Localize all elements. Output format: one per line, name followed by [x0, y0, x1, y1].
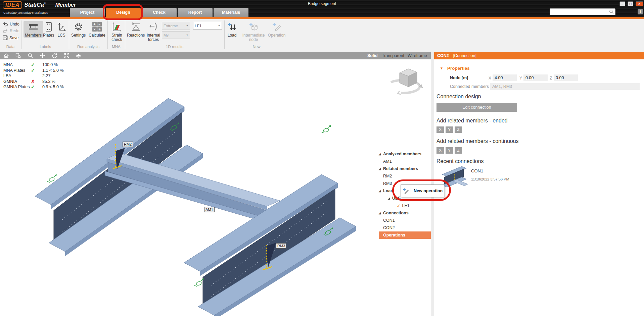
- properties-section-header[interactable]: ▼ Properties: [440, 66, 470, 71]
- status-row: GMNIA Plates ✓ 0.9 < 5.0 %: [3, 84, 64, 90]
- pan-icon[interactable]: [36, 52, 48, 59]
- y-axis-label: Y: [519, 76, 522, 81]
- tab-report[interactable]: Report: [178, 8, 213, 17]
- home-view-icon[interactable]: [0, 52, 12, 59]
- view-mode-transparent[interactable]: Transparent: [380, 52, 406, 59]
- 3d-scene[interactable]: [0, 59, 431, 316]
- redo-button[interactable]: Redo: [3, 29, 19, 33]
- viewport-toolbar: Solid Transparent Wireframe: [0, 52, 431, 59]
- status-row: GMNIA ✗ 85.2 %: [3, 79, 64, 85]
- load-case-dropdown[interactable]: LE1▼: [193, 22, 222, 30]
- add-continuous-z-button[interactable]: Z: [455, 147, 462, 154]
- chevron-down-icon: ▼: [218, 24, 220, 27]
- navigation-cube[interactable]: [386, 62, 428, 97]
- save-button[interactable]: Save: [3, 35, 18, 40]
- tree-item-le1[interactable]: ✓ LE1: [379, 202, 431, 209]
- extreme-dropdown[interactable]: Extreme▼: [162, 22, 190, 30]
- ribbon-group-mna: MNA: [108, 45, 124, 49]
- strain-check-button[interactable]: Strain check: [109, 21, 124, 42]
- member-label-rm3[interactable]: RM3: [276, 243, 286, 249]
- ribbon-separator: [107, 20, 108, 49]
- members-icon: [28, 21, 38, 33]
- node-x-field[interactable]: [493, 74, 517, 81]
- search-box: [550, 8, 615, 15]
- add-ended-x-button[interactable]: X: [436, 126, 444, 133]
- new-load-button[interactable]: Load: [227, 21, 237, 38]
- tree-item-am1[interactable]: AM1: [379, 158, 431, 165]
- status-row: MNA Plates ✓ 1.1 < 5.0 %: [3, 68, 64, 73]
- zoom-window-icon[interactable]: [12, 52, 24, 59]
- new-operation-button[interactable]: Operation: [267, 21, 286, 38]
- view-mode-solid[interactable]: Solid: [366, 52, 379, 59]
- lcs-icon: [56, 21, 66, 33]
- add-ended-y-button[interactable]: Y: [446, 126, 453, 133]
- node-y-field[interactable]: [523, 74, 548, 81]
- calculate-button[interactable]: +− ×÷ Calculate: [89, 21, 105, 38]
- zoom-icon[interactable]: [24, 52, 36, 59]
- ribbon: Undo Redo Save Data Members Plates: [0, 19, 644, 52]
- settings-button[interactable]: Settings: [71, 21, 86, 38]
- expander-icon[interactable]: ◢: [379, 190, 383, 193]
- recent-connection-name[interactable]: CON1: [471, 168, 483, 173]
- recent-connection-timestamp: 11/10/2022 3:57:56 PM: [471, 177, 509, 181]
- tab-materials[interactable]: Materials: [214, 8, 248, 17]
- tree-related-members[interactable]: ◢ Related members: [379, 165, 431, 172]
- add-continuous-x-button[interactable]: X: [436, 147, 444, 154]
- members-button[interactable]: Members: [24, 21, 43, 38]
- tree-operations-selected[interactable]: Operations: [379, 231, 431, 239]
- annotation-design-tab: [103, 4, 143, 20]
- tree-item-rm2[interactable]: RM2: [379, 172, 431, 180]
- expander-icon[interactable]: ◢: [379, 212, 383, 215]
- internal-forces-button[interactable]: Internal forces: [146, 21, 161, 42]
- close-button[interactable]: ×: [636, 1, 643, 6]
- add-continuous-y-button[interactable]: Y: [446, 147, 453, 154]
- tree-analyzed-members[interactable]: ◢ Analyzed members: [379, 150, 431, 158]
- member-label-rm2[interactable]: RM2: [123, 142, 133, 147]
- rotate-icon[interactable]: [48, 52, 60, 59]
- minimize-button[interactable]: –: [619, 1, 625, 6]
- add-ended-z-button[interactable]: Z: [455, 126, 462, 133]
- tree-item-con1[interactable]: CON1: [379, 217, 431, 224]
- plates-button[interactable]: Plates: [43, 21, 54, 38]
- ribbon-separator: [125, 20, 125, 49]
- analysis-status-list: MNA ✓ 100.0 % MNA Plates ✓ 1.1 < 5.0 % L…: [3, 62, 64, 90]
- status-row: LBA 2.27: [3, 73, 64, 79]
- panel-title: CON2: [437, 53, 449, 58]
- my-dropdown[interactable]: My▼: [162, 31, 190, 39]
- expander-icon[interactable]: ◢: [379, 153, 383, 156]
- strain-check-icon: [112, 21, 122, 33]
- tab-check[interactable]: Check: [142, 8, 177, 17]
- solid-view-icon[interactable]: [73, 52, 85, 59]
- intermediate-node-button[interactable]: Intermediate node: [242, 21, 265, 42]
- reactions-button[interactable]: Reactions: [127, 21, 145, 38]
- redo-icon: [3, 29, 8, 33]
- undo-icon: [3, 22, 8, 27]
- z-axis-label: Z: [550, 76, 552, 81]
- collapse-icon[interactable]: ▼: [440, 66, 443, 70]
- ribbon-group-labels: Labels: [22, 45, 68, 49]
- lcs-button[interactable]: LCS: [56, 21, 66, 38]
- tree-connections[interactable]: ◢ Connections: [379, 209, 431, 217]
- tagline: Calculate yesterday's estimates: [3, 11, 48, 14]
- maximize-button[interactable]: □: [628, 1, 633, 6]
- properties-panel: CON2 [Connection] ▼ Properties Node [m] …: [434, 52, 644, 316]
- status-row: MNA ✓ 100.0 %: [3, 62, 64, 68]
- member-label-am1[interactable]: AM1: [204, 207, 215, 212]
- search-input[interactable]: [550, 10, 609, 14]
- ribbon-group-run: Run analysis: [70, 45, 107, 49]
- node-label: Node [m]: [450, 75, 468, 80]
- ribbon-separator: [69, 20, 69, 49]
- expander-icon[interactable]: ◢: [379, 167, 383, 170]
- tree-item-con2[interactable]: CON2: [379, 224, 431, 231]
- annotation-new-operation: [392, 179, 451, 201]
- node-z-field[interactable]: [554, 74, 578, 81]
- ribbon-group-data: Data: [0, 45, 21, 49]
- expander-icon[interactable]: ◢: [388, 197, 392, 200]
- view-mode-wireframe[interactable]: Wireframe: [406, 52, 428, 59]
- tab-project[interactable]: Project: [70, 8, 105, 17]
- info-button[interactable]: i: [638, 9, 643, 14]
- undo-button[interactable]: Undo: [3, 22, 19, 27]
- edit-connection-button[interactable]: Edit connection: [436, 103, 517, 112]
- zoom-fit-icon[interactable]: [60, 52, 73, 59]
- connected-members-label: Connected members: [450, 84, 489, 89]
